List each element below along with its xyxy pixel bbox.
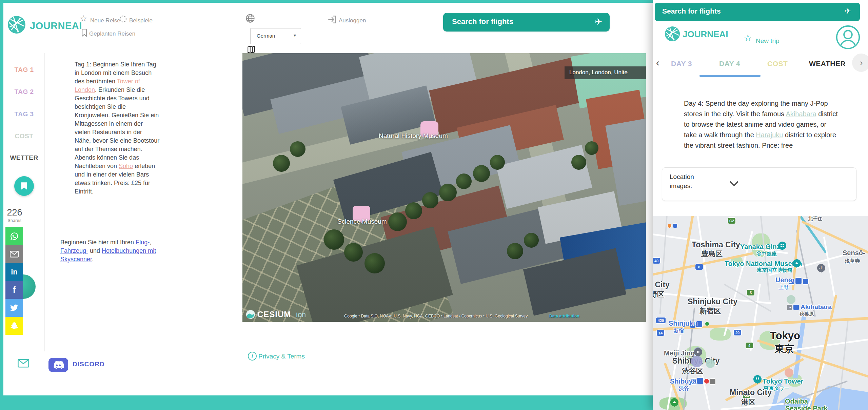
train-station-icon: [697, 378, 703, 384]
map-label-akihabara: Akihabara: [801, 303, 832, 311]
chevron-right-icon: ›: [860, 58, 863, 68]
journeai-logo-icon[interactable]: [7, 16, 26, 34]
tokyo-tower-pin[interactable]: [753, 375, 762, 383]
location-images-dropdown[interactable]: Location images:: [662, 167, 856, 201]
chevron-down-icon: [729, 181, 739, 186]
map-label-nakano: o City: [653, 280, 670, 289]
harajuku-link[interactable]: Harajuku: [756, 131, 783, 139]
data-attribution-link[interactable]: Data attribution: [549, 314, 579, 319]
metro-station-icon: [793, 305, 799, 310]
map-road: [760, 216, 770, 300]
discord-wordmark[interactable]: DISCORD: [73, 361, 105, 368]
twitter-share-button[interactable]: [5, 299, 23, 317]
tab-wetter[interactable]: WETTER: [0, 154, 48, 162]
soho-link[interactable]: Soho: [119, 163, 133, 169]
map-label-odaiba: Odaiba: [785, 397, 808, 405]
tokyo-google-map[interactable]: C2 8 5 40 420 14 20 4 C1 卍 ♣ JR: [653, 216, 868, 410]
tab-tag-1[interactable]: TAG 1: [0, 66, 48, 74]
map-location-chip: London, London, Unite: [565, 66, 646, 79]
cesium-logo-text[interactable]: CESIUM: [257, 310, 291, 319]
tabs-scroll-left-button[interactable]: ‹: [656, 57, 659, 68]
map-road: [823, 237, 837, 304]
route-badge: 40: [653, 258, 660, 264]
discord-icon: [52, 360, 64, 370]
itinerary-marker-circle[interactable]: [787, 295, 795, 304]
metro-station-icon: [803, 279, 808, 284]
map-label-toshima: Toshima City: [692, 240, 740, 249]
nav-planned-trips[interactable]: Geplanten Reisen: [89, 30, 135, 37]
sensoji-pin[interactable]: 卍: [817, 264, 825, 272]
email-icon: [10, 251, 19, 258]
panel-search-flights-button[interactable]: Search for flights ✈: [655, 3, 860, 21]
panel-tab-weather[interactable]: WEATHER: [809, 60, 846, 68]
poi-dot: [705, 322, 709, 326]
map-label-odaiba-2: Seaside Park: [785, 405, 828, 410]
search-flights-button[interactable]: Search for flights ✈: [443, 13, 610, 32]
map-label: 北千住: [808, 216, 822, 222]
map-attribution: CESIUM ion Google • Data SIO, NOAA, U.S.…: [242, 308, 646, 322]
panel-journeai-logo-text[interactable]: JOURNEAI: [683, 29, 728, 40]
panel-tab-day-4[interactable]: DAY 4: [719, 60, 740, 68]
map-label-shinjuku-city: Shinjuku City: [688, 297, 737, 306]
map-label-sensoji: Sensō-: [843, 249, 865, 257]
map-label-toshima-ja: 豊島区: [701, 249, 723, 259]
tabs-scroll-right-button[interactable]: ›: [852, 54, 868, 72]
flight-booking-link[interactable]: Flug-: [136, 239, 150, 246]
akihabara-link[interactable]: Akihabara: [786, 110, 816, 118]
yanaka-ginza-pin[interactable]: [778, 242, 786, 250]
map-park: [710, 328, 731, 341]
panel-tab-cost[interactable]: COST: [767, 60, 788, 68]
star-icon: ☆: [80, 14, 87, 23]
badge-icon: [119, 15, 127, 24]
linkedin-share-button[interactable]: in: [5, 263, 23, 281]
bookmark-icon: [21, 182, 27, 190]
transit-line-icon: [704, 379, 709, 384]
poi-icon: [673, 224, 677, 228]
map-label-shibuya: Shibuya: [670, 377, 696, 385]
snapchat-share-button[interactable]: [5, 317, 23, 335]
nav-examples[interactable]: Beispiele: [129, 17, 153, 24]
tokyo-national-museum-pin[interactable]: [793, 259, 801, 267]
panel-journeai-logo-icon[interactable]: [665, 26, 680, 42]
map-label-tnm-ja: 東京国立博物館: [757, 267, 792, 273]
route-badge: 8: [695, 264, 703, 270]
nav-new-trip[interactable]: Neue Reise: [90, 17, 120, 24]
cesium-ion-text: ion: [296, 310, 306, 319]
map-label-tokyo-tower: Tokyo Tower: [763, 377, 803, 385]
share-count: 226: [3, 207, 26, 218]
avatar[interactable]: [835, 24, 861, 50]
active-tab-indicator: [699, 75, 761, 77]
car-booking-link[interactable]: Fahrzeug-: [60, 247, 88, 254]
twitter-icon: [10, 304, 19, 312]
panel-tab-day-3[interactable]: DAY 3: [671, 60, 692, 68]
privacy-terms-link[interactable]: Privacy & Terms: [258, 353, 305, 360]
journeai-logo-text[interactable]: JOURNEAI: [30, 20, 82, 32]
nhm-map-label: Natural History Museum: [379, 132, 448, 140]
map-label-sensoji-ja: 浅草寺: [845, 258, 860, 264]
park-pin[interactable]: ♣: [670, 398, 678, 406]
contact-email-button[interactable]: [18, 358, 29, 369]
logout-icon: [328, 15, 337, 25]
tab-cost[interactable]: COST: [0, 132, 48, 140]
cesium-3d-map[interactable]: London, London, Unite Natural History Mu…: [242, 53, 646, 322]
meiji-jingu-pin[interactable]: [694, 348, 702, 356]
itinerary-marker-circle[interactable]: [785, 368, 793, 377]
nav-logout[interactable]: Ausloggen: [339, 17, 366, 24]
facebook-share-button[interactable]: f: [5, 281, 23, 299]
whatsapp-share-button[interactable]: [5, 227, 23, 245]
itinerary-marker-circle[interactable]: [706, 359, 715, 368]
cesium-logo-icon: [246, 310, 255, 319]
chevron-down-icon: ▾: [294, 33, 296, 38]
save-bookmark-button[interactable]: [14, 176, 34, 196]
route-badge: 420: [656, 317, 666, 323]
top-accent-bar: [0, 0, 653, 3]
map-label-shinjuku: Shinjuku: [669, 320, 697, 327]
panel-new-trip-link[interactable]: New trip: [756, 37, 780, 45]
panel-search-flights-label: Search for flights: [662, 7, 721, 15]
share-count-label: Shares: [3, 218, 26, 223]
email-share-button[interactable]: [5, 245, 23, 263]
tab-tag-2[interactable]: TAG 2: [0, 88, 48, 96]
discord-button[interactable]: [48, 358, 68, 372]
language-select[interactable]: German ▾: [250, 28, 301, 44]
tab-tag-3[interactable]: TAG 3: [0, 110, 48, 118]
